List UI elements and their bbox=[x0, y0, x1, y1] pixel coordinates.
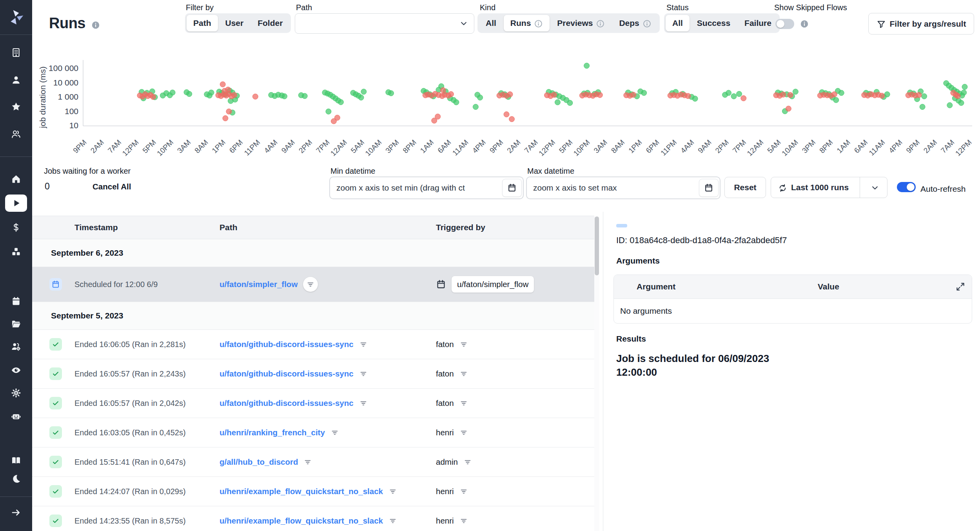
user-filter-button[interactable] bbox=[459, 340, 468, 349]
calendar-picker-button[interactable] bbox=[699, 179, 719, 197]
run-point-failure[interactable] bbox=[786, 106, 791, 111]
kind-previews[interactable]: Previews bbox=[550, 15, 612, 31]
run-point-success[interactable] bbox=[737, 91, 742, 97]
filter-by-path[interactable]: Path bbox=[187, 15, 218, 31]
run-point-success[interactable] bbox=[920, 104, 925, 110]
run-point-success[interactable] bbox=[338, 99, 343, 105]
run-path-link[interactable]: g/all/hub_to_discord bbox=[220, 457, 298, 467]
table-row[interactable]: Scheduled for 12:00 6/9u/faton/simpler_f… bbox=[32, 267, 594, 302]
run-point-success[interactable] bbox=[641, 90, 647, 96]
run-point-success[interactable] bbox=[833, 97, 839, 103]
sidebar-item-cubes[interactable] bbox=[11, 247, 21, 257]
sidebar-item-gear[interactable] bbox=[11, 388, 21, 398]
run-point-success[interactable] bbox=[187, 91, 192, 97]
run-point-failure[interactable] bbox=[223, 116, 228, 121]
sidebar-item-moon[interactable] bbox=[11, 474, 21, 484]
run-point-failure[interactable] bbox=[916, 92, 922, 98]
run-point-failure[interactable] bbox=[220, 82, 225, 87]
user-filter-button[interactable] bbox=[459, 516, 468, 525]
run-point-success[interactable] bbox=[567, 100, 573, 105]
sidebar-expand-arrow-right[interactable] bbox=[11, 507, 21, 518]
user-filter-button[interactable] bbox=[459, 487, 468, 496]
sidebar-item-eye[interactable] bbox=[11, 365, 21, 375]
user-filter-button[interactable] bbox=[459, 428, 468, 437]
status-failure[interactable]: Failure bbox=[738, 15, 778, 31]
run-point-success[interactable] bbox=[358, 95, 364, 100]
run-path-link[interactable]: u/faton/github-discord-issues-sync bbox=[220, 398, 354, 408]
sidebar-item-calendar[interactable] bbox=[11, 296, 21, 306]
filter-by-user[interactable]: User bbox=[219, 15, 250, 31]
filter-by-folder[interactable]: Folder bbox=[251, 15, 289, 31]
path-filter-button[interactable] bbox=[359, 369, 368, 378]
run-point-success[interactable] bbox=[947, 102, 953, 108]
kind-runs[interactable]: Runs bbox=[504, 15, 550, 31]
auto-refresh-toggle[interactable] bbox=[897, 182, 916, 192]
table-row[interactable]: Ended 16:05:57 (Ran in 2,042s)u/faton/gi… bbox=[32, 389, 594, 418]
run-point-success[interactable] bbox=[473, 104, 478, 110]
sidebar-item-users[interactable] bbox=[11, 129, 21, 139]
last-runs-dropdown[interactable] bbox=[864, 177, 886, 198]
sidebar-item-dollar[interactable] bbox=[11, 222, 21, 233]
path-filter-button[interactable] bbox=[303, 458, 312, 466]
run-point-failure[interactable] bbox=[780, 92, 786, 97]
run-point-failure[interactable] bbox=[252, 94, 258, 99]
show-skipped-toggle[interactable] bbox=[775, 19, 794, 29]
run-point-failure[interactable] bbox=[151, 94, 156, 100]
run-point-success[interactable] bbox=[731, 93, 737, 99]
run-point-success[interactable] bbox=[326, 109, 331, 114]
run-point-failure[interactable] bbox=[788, 92, 793, 98]
run-point-failure[interactable] bbox=[504, 112, 509, 117]
sidebar-item-building[interactable] bbox=[11, 47, 21, 58]
status-all[interactable]: All bbox=[666, 15, 690, 31]
run-point-failure[interactable] bbox=[597, 92, 603, 98]
run-path-link[interactable]: u/faton/github-discord-issues-sync bbox=[220, 369, 354, 378]
path-filter-button[interactable] bbox=[388, 487, 397, 496]
info-icon[interactable] bbox=[800, 19, 809, 29]
run-path-link[interactable]: u/faton/simpler_flow bbox=[220, 280, 298, 289]
run-point-success[interactable] bbox=[793, 89, 798, 95]
windmill-logo[interactable] bbox=[7, 9, 25, 26]
table-row[interactable]: Ended 16:03:05 (Ran in 0,452s)u/henri/ra… bbox=[32, 418, 594, 447]
min-datetime-input[interactable]: zoom x axis to set min (drag with ct bbox=[329, 176, 524, 199]
run-point-success[interactable] bbox=[584, 63, 590, 69]
run-point-failure[interactable] bbox=[334, 115, 340, 120]
last-runs-button[interactable]: Last 1000 runs bbox=[771, 177, 856, 198]
run-point-success[interactable] bbox=[692, 96, 698, 102]
path-filter-button[interactable] bbox=[330, 428, 339, 437]
run-path-link[interactable]: u/henri/example_flow_quickstart_no_slack bbox=[220, 516, 383, 526]
run-path-link[interactable]: u/henri/example_flow_quickstart_no_slack bbox=[220, 487, 383, 496]
sidebar-item-user[interactable] bbox=[11, 75, 21, 85]
runs-duration-chart[interactable]: job duration (ms)100 00010 0001 00010010… bbox=[35, 38, 980, 168]
run-point-success[interactable] bbox=[454, 100, 459, 105]
run-point-failure[interactable] bbox=[631, 92, 636, 98]
kind-deps[interactable]: Deps bbox=[612, 15, 658, 31]
kind-all[interactable]: All bbox=[479, 15, 503, 31]
run-point-failure[interactable] bbox=[831, 92, 837, 97]
run-point-success[interactable] bbox=[726, 90, 731, 96]
sidebar-item-book[interactable] bbox=[11, 455, 21, 466]
run-point-failure[interactable] bbox=[741, 96, 746, 101]
run-point-failure[interactable] bbox=[685, 93, 691, 99]
path-filter-button[interactable] bbox=[303, 277, 318, 292]
run-point-success[interactable] bbox=[555, 100, 560, 105]
run-point-success[interactable] bbox=[302, 93, 307, 99]
run-point-success[interactable] bbox=[170, 90, 175, 95]
run-point-failure[interactable] bbox=[225, 87, 231, 93]
sidebar-item-robot[interactable] bbox=[11, 411, 21, 422]
table-scrollbar-thumb[interactable] bbox=[595, 216, 599, 275]
run-point-success[interactable] bbox=[884, 92, 890, 97]
run-point-failure[interactable] bbox=[955, 93, 960, 99]
run-point-failure[interactable] bbox=[879, 93, 885, 98]
calendar-picker-button[interactable] bbox=[502, 179, 522, 197]
run-point-success[interactable] bbox=[962, 84, 967, 89]
run-point-success[interactable] bbox=[838, 90, 844, 96]
sidebar-item-star[interactable] bbox=[11, 102, 21, 112]
table-row[interactable]: Ended 14:23:55 (Ran in 8,575s)u/henri/ex… bbox=[32, 506, 594, 531]
reset-button[interactable]: Reset bbox=[724, 177, 766, 198]
run-point-success[interactable] bbox=[958, 100, 964, 105]
run-point-success[interactable] bbox=[961, 90, 967, 95]
run-point-failure[interactable] bbox=[507, 92, 513, 97]
table-row[interactable]: Ended 14:24:07 (Ran in 0,029s)u/henri/ex… bbox=[32, 477, 594, 506]
user-filter-button[interactable] bbox=[459, 399, 468, 407]
run-path-link[interactable]: u/faton/github-discord-issues-sync bbox=[220, 340, 354, 349]
